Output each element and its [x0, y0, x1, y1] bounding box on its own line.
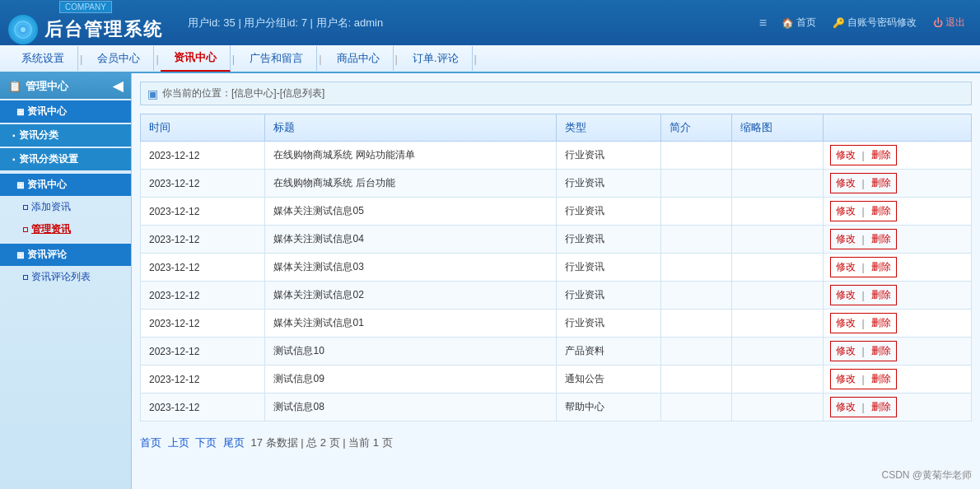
content-area: ▣ 你当前的位置：[信息中心]-[信息列表] 时间 标题 类型 简介 缩略图 2… [132, 73, 980, 489]
cell-title: 测试信息10 [265, 338, 557, 366]
page-prev[interactable]: 上页 [168, 435, 189, 450]
exit-button[interactable]: ⏻ 退出 [926, 13, 972, 32]
sidebar-toggle-icon[interactable]: ◀ [113, 78, 123, 94]
cell-type: 产品资料 [557, 338, 661, 366]
edit-link[interactable]: 修改 [836, 288, 856, 302]
action-box: 修改 | 删除 [830, 145, 897, 165]
nav-orders[interactable]: 订单.评论 [399, 46, 473, 71]
edit-link[interactable]: 修改 [836, 176, 856, 190]
action-box: 修改 | 删除 [830, 173, 897, 193]
action-separator: | [862, 150, 865, 161]
delete-link[interactable]: 删除 [871, 260, 891, 274]
cell-type: 行业资讯 [557, 254, 661, 282]
sidebar-section-news-comment: ▦ 资讯评论 [0, 244, 131, 266]
page-next[interactable]: 下页 [195, 435, 217, 450]
svg-point-2 [21, 27, 26, 32]
cell-title: 媒体关注测试信息05 [265, 198, 557, 226]
cell-thumb [732, 254, 823, 282]
cell-date: 2023-12-12 [141, 338, 265, 366]
cell-thumb [732, 310, 823, 338]
menu-icon: ≡ [759, 16, 767, 30]
sidebar-section-news-category[interactable]: ▪ 资讯分类 [0, 124, 131, 147]
cell-thumb [732, 366, 823, 394]
password-button[interactable]: 🔑 自账号密码修改 [826, 13, 923, 32]
company-badge: COMPANY [59, 1, 112, 13]
delete-link[interactable]: 删除 [871, 344, 891, 358]
home-button[interactable]: 🏠 首页 [775, 13, 823, 32]
cell-type: 行业资讯 [557, 282, 661, 310]
action-box: 修改 | 删除 [830, 201, 897, 221]
nav-ads-messages[interactable]: 广告和留言 [236, 46, 317, 71]
sidebar-section-category-icon: ▪ [12, 131, 16, 140]
table-row: 2023-12-12媒体关注测试信息01行业资讯修改 | 删除 [141, 310, 972, 338]
table-row: 2023-12-12测试信息10产品资料修改 | 删除 [141, 338, 972, 366]
nav-system-settings[interactable]: 系统设置 [8, 46, 78, 71]
sidebar-comment-dot [23, 275, 28, 280]
nav-products[interactable]: 商品中心 [324, 46, 394, 71]
delete-link[interactable]: 删除 [871, 232, 891, 246]
action-box: 修改 | 删除 [830, 369, 897, 389]
cell-date: 2023-12-12 [141, 282, 265, 310]
delete-link[interactable]: 删除 [871, 204, 891, 218]
action-box: 修改 | 删除 [830, 313, 897, 333]
cell-type: 行业资讯 [557, 142, 661, 170]
sidebar-header: 📋 管理中心 ◀ [0, 73, 131, 99]
delete-link[interactable]: 删除 [871, 316, 891, 330]
cell-type: 行业资讯 [557, 226, 661, 254]
action-separator: | [862, 290, 865, 301]
delete-link[interactable]: 删除 [871, 372, 891, 386]
action-box: 修改 | 删除 [830, 397, 897, 417]
news-table: 时间 标题 类型 简介 缩略图 2023-12-12在线购物商城系统 网站功能清… [140, 114, 972, 421]
edit-link[interactable]: 修改 [836, 372, 856, 386]
cell-date: 2023-12-12 [141, 366, 265, 394]
edit-link[interactable]: 修改 [836, 260, 856, 274]
edit-link[interactable]: 修改 [836, 400, 856, 414]
pagination: 首页 上页 下页 尾页 17 条数据 | 总 2 页 | 当前 1 页 [140, 431, 972, 454]
sidebar-item-manage-news[interactable]: 管理资讯 [0, 218, 131, 240]
cell-title: 在线购物商城系统 后台功能 [265, 170, 557, 198]
sidebar-header-icon: 📋 [8, 80, 21, 92]
page-info-text: 17 条数据 | 总 2 页 | 当前 1 页 [251, 435, 393, 450]
exit-icon: ⏻ [933, 17, 943, 29]
cell-intro [660, 394, 731, 421]
cell-type: 通知公告 [557, 366, 661, 394]
sidebar-section-news-sub: ▦ 资讯中心 [0, 174, 131, 196]
nav-news-center[interactable]: 资讯中心 [161, 45, 231, 72]
sidebar-item-add-news[interactable]: 添加资讯 [0, 196, 131, 218]
cell-intro [660, 198, 731, 226]
edit-link[interactable]: 修改 [836, 344, 856, 358]
action-separator: | [862, 402, 865, 413]
action-separator: | [862, 178, 865, 189]
sidebar-section-news-category-setting[interactable]: ▪ 资讯分类设置 [0, 148, 131, 170]
col-title: 标题 [265, 114, 557, 142]
breadcrumb: ▣ 你当前的位置：[信息中心]-[信息列表] [140, 82, 972, 105]
cell-date: 2023-12-12 [141, 198, 265, 226]
cell-actions: 修改 | 删除 [823, 282, 971, 310]
edit-link[interactable]: 修改 [836, 316, 856, 330]
delete-link[interactable]: 删除 [871, 288, 891, 302]
cell-actions: 修改 | 删除 [823, 394, 971, 421]
sidebar-item-comment-list[interactable]: 资讯评论列表 [0, 266, 131, 288]
delete-link[interactable]: 删除 [871, 176, 891, 190]
cell-thumb [732, 394, 823, 421]
cell-date: 2023-12-12 [141, 310, 265, 338]
page-first[interactable]: 首页 [140, 435, 161, 450]
delete-link[interactable]: 删除 [871, 400, 891, 414]
cell-actions: 修改 | 删除 [823, 254, 971, 282]
delete-link[interactable]: 删除 [871, 148, 891, 162]
edit-link[interactable]: 修改 [836, 148, 856, 162]
sidebar-section-comment-icon: ▦ [16, 250, 24, 259]
sidebar-section-news: ▦ 资讯中心 [0, 100, 131, 123]
cell-actions: 修改 | 删除 [823, 142, 971, 170]
action-separator: | [862, 234, 865, 245]
logo-area: COMPANY 后台管理系统 [8, 1, 163, 44]
cell-thumb [732, 338, 823, 366]
edit-link[interactable]: 修改 [836, 204, 856, 218]
cell-date: 2023-12-12 [141, 226, 265, 254]
cell-intro [660, 282, 731, 310]
nav-member-center[interactable]: 会员中心 [84, 46, 154, 71]
action-box: 修改 | 删除 [830, 341, 897, 361]
page-last[interactable]: 尾页 [223, 435, 245, 450]
edit-link[interactable]: 修改 [836, 232, 856, 246]
system-title: 后台管理系统 [44, 17, 163, 42]
